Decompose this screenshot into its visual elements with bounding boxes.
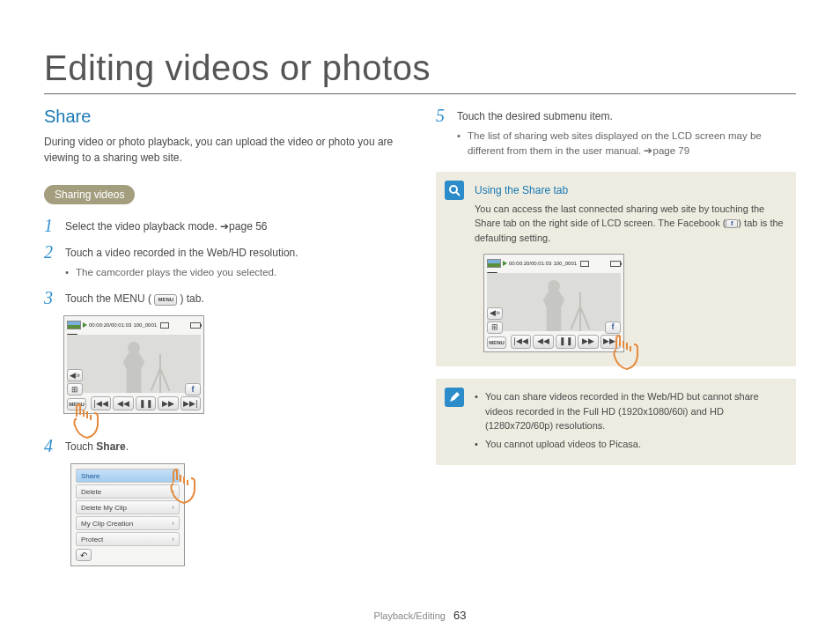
svg-point-0 (450, 186, 457, 193)
badge-sharing-videos: Sharing videos (44, 185, 135, 204)
info-title: Using the Share tab (475, 182, 784, 198)
play-indicator-icon (83, 322, 87, 328)
forward-button[interactable]: ▶▶ (158, 396, 178, 410)
person-silhouette (533, 280, 575, 331)
thumbnail-icon (67, 321, 81, 329)
grid-button[interactable]: ⊞ (67, 383, 83, 395)
step-number: 3 (44, 289, 56, 307)
hand-pointer-icon (165, 466, 200, 505)
svg-line-1 (456, 192, 460, 196)
note-bullet-2: You cannot upload videos to Picasa. (475, 437, 784, 452)
page-title: Editing videos or photos (44, 48, 796, 94)
step-text: Touch a video recorded in the Web/HD res… (65, 247, 298, 259)
step-text-post: ) tab. (180, 292, 203, 305)
step-number: 2 (44, 243, 56, 261)
play-indicator-icon (503, 261, 507, 266)
battery-icon (610, 261, 621, 267)
page-footer: Playback/Editing 63 (0, 609, 840, 622)
volume-button[interactable]: ◀» (487, 307, 503, 320)
forward-button[interactable]: ▶▶ (578, 335, 598, 349)
menu-item-my-clip-creation[interactable]: My Clip Creation› (76, 516, 180, 530)
menu-item-protect[interactable]: Protect› (76, 532, 180, 546)
magnifier-icon (445, 181, 464, 200)
rewind-button[interactable]: ◀◀ (113, 396, 133, 410)
time-counter: 00:00:20/00:01:03 (509, 260, 551, 268)
step-5: 5 Touch the desired submenu item. The li… (436, 107, 796, 159)
info-box-share-tab: Using the Share tab You can access the l… (436, 172, 796, 367)
time-counter: 00:00:20/00:01:03 (89, 322, 131, 328)
clip-name: 100_0001 (553, 260, 577, 268)
menu-button[interactable]: MENU (487, 336, 506, 349)
next-button[interactable]: ▶▶| (181, 396, 201, 410)
pen-icon (445, 388, 464, 407)
note-bullet-1: You can share videos recorded in the Web… (475, 389, 784, 433)
info-box-notes: You can share videos recorded in the Web… (436, 379, 796, 465)
step-text-bold: Share (96, 440, 125, 453)
step-2: 2 Touch a video recorded in the Web/HD r… (44, 243, 404, 280)
step-text: Touch the desired submenu item. (457, 110, 613, 122)
step-number: 1 (44, 217, 56, 234)
card-icon (580, 261, 589, 267)
hand-pointer-icon (608, 332, 643, 371)
section-heading-share: Share (44, 107, 404, 127)
step-sub-bullet: The list of sharing web sites displayed … (457, 129, 796, 159)
grid-button[interactable]: ⊞ (487, 322, 503, 334)
step-number: 5 (436, 107, 448, 124)
footer-section: Playback/Editing (374, 610, 446, 621)
thumbnail-icon (487, 259, 501, 268)
step-text: Select the video playback mode. ➔page 56 (65, 217, 404, 234)
step-4: 4 Touch Share. (44, 437, 404, 455)
easel-silhouette (159, 354, 161, 393)
info-body: You can access the last connected sharin… (475, 202, 784, 246)
hand-pointer-icon (68, 401, 103, 440)
step-text-pre: Touch the MENU ( (65, 292, 151, 305)
video-player-illustration: 00:00:20/00:01:03 100_0001 ◀» ⊞ MENU |◀◀… (63, 315, 204, 414)
volume-button[interactable]: ◀» (67, 369, 83, 381)
intro-text: During video or photo playback, you can … (44, 134, 404, 166)
step-3: 3 Touch the MENU ( MENU ) tab. (44, 289, 404, 307)
person-silhouette (113, 342, 155, 393)
rewind-button[interactable]: ◀◀ (533, 335, 553, 349)
step-number: 4 (44, 437, 56, 455)
video-player-illustration-2: 00:00:20/00:01:03 100_0001 ◀» ⊞ MENU |◀◀… (483, 254, 624, 352)
facebook-icon-inline (726, 219, 738, 228)
page-number: 63 (453, 609, 466, 622)
back-button[interactable]: ↶ (76, 549, 92, 561)
easel-silhouette (579, 292, 581, 331)
pause-button[interactable]: ❚❚ (136, 396, 156, 410)
step-1: 1 Select the video playback mode. ➔page … (44, 217, 404, 234)
step-sub-bullet: The camcorder plays the video you select… (65, 265, 404, 280)
step-text-pre: Touch (65, 440, 96, 453)
battery-icon (190, 322, 201, 329)
menu-illustration: Share› Delete› Delete My Clip› My Clip C… (70, 463, 185, 566)
pause-button[interactable]: ❚❚ (556, 335, 576, 349)
card-icon (160, 322, 169, 329)
clip-name: 100_0001 (133, 322, 157, 328)
menu-icon-inline: MENU (154, 294, 177, 306)
facebook-button[interactable] (185, 383, 201, 395)
prev-button[interactable]: |◀◀ (511, 335, 531, 349)
step-text-post: . (126, 440, 129, 453)
